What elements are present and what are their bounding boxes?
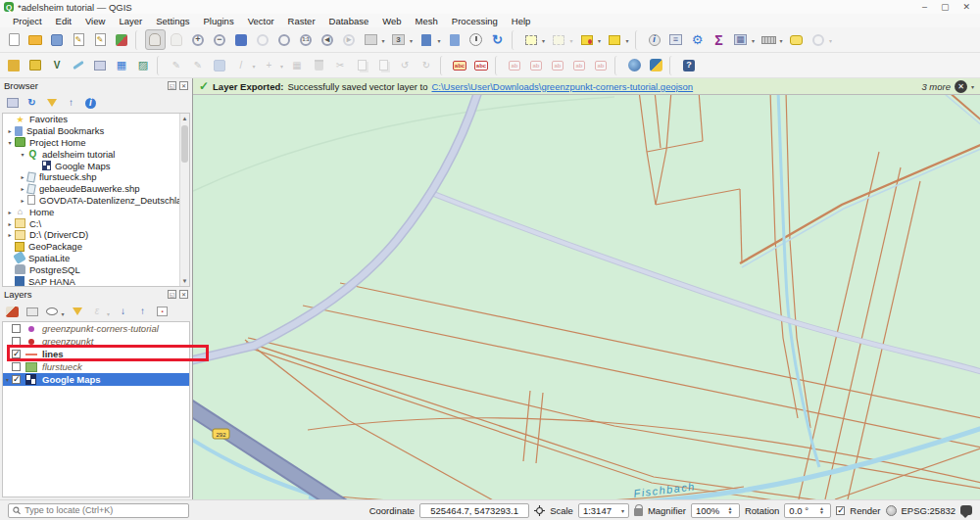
current-edits-button[interactable]: ✎ [167,55,187,75]
browser-refresh-button[interactable]: ↻ [24,94,41,112]
browser-item-govdata-pdf[interactable]: ▸ GOVDATA-Datenlizenz_Deutschland.pdf [3,195,189,207]
browser-collapse-all-button[interactable]: ↑ [63,94,80,112]
menu-project[interactable]: Project [6,16,49,26]
zoom-out-button[interactable]: − [210,29,230,50]
browser-item-favorites[interactable]: ★ Favorites [3,114,189,125]
help-button[interactable]: ? [679,55,700,75]
menu-settings[interactable]: Settings [149,16,196,26]
pin-labels-button[interactable]: ab [505,55,525,75]
paste-features-button[interactable] [373,55,394,75]
remove-layer-button[interactable] [154,303,172,320]
notification-dropdown-icon[interactable]: ▾ [971,83,974,90]
style-manager-button[interactable] [112,29,132,50]
scroll-up-icon[interactable]: ▲ [180,114,189,123]
layer-labeling-button[interactable]: abc [450,55,470,75]
crs-value[interactable]: EPSG:25832 [902,505,956,516]
deselect-features-button[interactable] [549,29,569,50]
tree-expander[interactable]: ▸ [5,209,15,215]
sep[interactable] [135,30,141,50]
new-3d-map-view-button[interactable]: 3 [388,29,409,50]
statistical-summary-button[interactable]: Σ [709,29,729,50]
open-project-button[interactable] [25,29,46,50]
menu-help[interactable]: Help [505,16,538,26]
layer-item-greenzpunkt[interactable]: greenzpunkt [3,335,189,348]
new-map-view-button[interactable] [361,29,381,50]
add-group-button[interactable] [24,303,41,320]
scale-lock-icon[interactable] [634,508,643,516]
browser-properties-button[interactable]: i [82,94,100,112]
metasearch-button[interactable] [624,55,645,75]
more-notifications-link[interactable]: 3 more [921,81,951,92]
expand-all-button[interactable]: ↓ [115,303,132,320]
layer-styling-button[interactable] [4,303,22,320]
rotation-spinbox[interactable]: 0.0 ° ▲▼ [784,503,831,518]
layers-close-button[interactable]: ✕ [179,290,188,299]
select-by-location-button[interactable] [605,29,625,50]
zoom-next-button[interactable]: ▸ [339,29,360,50]
browser-item-d-drive[interactable]: ▸ D:\ (DriverCD) [3,229,189,241]
layout-manager-button[interactable] [90,29,111,50]
browser-item-postgresql[interactable]: PostgreSQL [3,263,189,275]
menu-view[interactable]: View [78,16,112,26]
tree-expander[interactable]: ▾ [18,151,27,158]
layer-diagram-button[interactable]: abc [471,55,492,75]
layer-item-google-maps[interactable]: ▾ Google Maps [3,373,189,386]
scale-combobox[interactable]: 1:3147 ▾ [578,503,629,518]
geocoder-button[interactable] [808,29,828,50]
notification-close-icon[interactable]: ✕ [955,80,967,93]
magnifier-spin-arrows[interactable]: ▲▼ [725,504,735,517]
browser-close-button[interactable]: ✕ [179,81,188,90]
select-by-value-button[interactable] [576,29,597,50]
map-tips-button[interactable] [786,29,807,50]
browser-item-spatial-bookmarks[interactable]: ▸ Spatial Bookmarks [3,125,189,137]
measure-button[interactable] [759,29,779,50]
zoom-to-selection-button[interactable] [253,29,273,50]
menu-processing[interactable]: Processing [445,16,505,26]
messages-icon[interactable] [960,505,972,515]
layer-item-flurstueck[interactable]: flurstueck [3,360,189,373]
browser-add-layers-button[interactable] [4,94,22,112]
manage-map-themes-button[interactable] [43,303,61,320]
sep[interactable] [512,30,517,50]
browser-scrollbar[interactable]: ▲ ▼ [179,114,189,286]
layer-visibility-checkbox[interactable] [12,324,21,333]
show-hide-labels-button[interactable]: ab [526,55,547,75]
tree-expander[interactable]: ▸ [18,197,27,204]
menu-web[interactable]: Web [375,16,408,26]
locator-box[interactable] [8,503,189,518]
browser-item-flurstueck-shp[interactable]: ▸ flurstueck.shp [3,171,189,183]
zoom-to-layer-button[interactable] [274,29,295,50]
new-geopackage-layer-button[interactable] [25,55,46,75]
toggle-editing-button[interactable]: ✎ [188,55,209,75]
menu-layer[interactable]: Layer [112,16,149,26]
locator-input[interactable] [24,505,184,515]
pan-map-button[interactable] [145,29,166,50]
browser-item-project-home[interactable]: ▾ Project Home [3,137,189,149]
filter-legend-button[interactable] [69,303,86,320]
cut-features-button[interactable]: ✂ [330,55,351,75]
zoom-full-button[interactable] [231,29,252,50]
vertex-tool-button[interactable]: + [259,55,279,75]
data-source-manager-button[interactable] [4,55,24,75]
new-virtual-layer-button[interactable]: ▦ [112,55,132,75]
mouse-position-icon[interactable] [534,505,545,516]
menu-database[interactable]: Database [322,16,376,26]
browser-item-c-drive[interactable]: ▸ C:\ [3,217,189,229]
filter-by-expression-button[interactable]: ε [88,303,106,320]
temporal-controller-button[interactable] [466,29,486,50]
browser-item-home[interactable]: ▸ ⌂ Home [3,206,189,217]
pan-to-selection-button[interactable] [167,29,187,50]
sep[interactable] [157,56,163,75]
save-layer-edits-button[interactable] [210,55,230,75]
modify-attributes-button[interactable]: ▦ [287,55,308,75]
zoom-last-button[interactable]: ◂ [318,29,338,50]
rotate-label-button[interactable]: ab [569,55,590,75]
coordinate-value[interactable]: 525464.7, 5473293.1 [419,503,529,518]
sep[interactable] [495,56,501,75]
browser-item-spatialite[interactable]: SpatiaLite [3,253,189,264]
python-console-button[interactable] [646,55,666,75]
map-canvas[interactable]: 292 Fischbach [193,95,980,499]
undo-button[interactable]: ↺ [395,55,416,75]
sep[interactable] [635,30,641,50]
layer-item-greenzpunkt-corners-tutorial[interactable]: greenzpunkt-corners-tutorial [3,322,189,335]
